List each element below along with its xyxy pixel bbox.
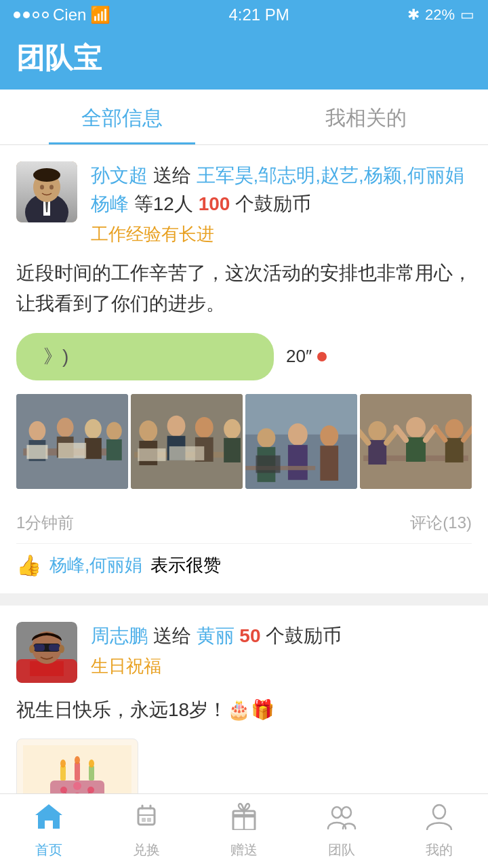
coin-amount-2: 50 xyxy=(239,625,260,646)
me-icon xyxy=(424,803,454,837)
nav-send[interactable]: 赠送 xyxy=(195,803,293,859)
signal-dots xyxy=(14,12,49,18)
svg-rect-67 xyxy=(60,766,66,781)
svg-rect-19 xyxy=(26,445,47,459)
svg-rect-32 xyxy=(169,446,205,460)
grid-image-2[interactable] xyxy=(131,394,243,489)
carrier-label: Cien xyxy=(53,5,86,24)
svg-point-27 xyxy=(195,417,214,438)
exchange-icon xyxy=(131,803,161,837)
like-icon-1[interactable]: 👍 xyxy=(16,553,41,577)
svg-point-15 xyxy=(85,419,102,439)
category-tag-1: 工作经验有长进 xyxy=(91,222,472,246)
audio-play-button[interactable]: 》) xyxy=(16,333,274,380)
coin-label-2: 个鼓励币 xyxy=(266,625,342,646)
post-1-avatar xyxy=(16,161,77,222)
image-grid-1 xyxy=(16,394,472,489)
svg-point-72 xyxy=(89,760,94,768)
svg-rect-38 xyxy=(288,445,308,480)
sender-1[interactable]: 孙文超 xyxy=(91,165,148,186)
recording-dot xyxy=(317,352,327,361)
post-1-time: 1分钟前 xyxy=(16,512,74,534)
audio-bar-1: 》) 20″ xyxy=(16,333,472,380)
svg-rect-16 xyxy=(85,437,102,458)
grid-image-1[interactable] xyxy=(16,394,128,489)
home-icon xyxy=(34,803,64,837)
post-2-title: 周志鹏 送给 黄丽 50 个鼓励币 xyxy=(91,622,472,650)
svg-point-17 xyxy=(106,422,122,440)
dot3 xyxy=(33,12,39,18)
tab-bar: 全部信息 我相关的 xyxy=(0,90,488,145)
app-title: 团队宝 xyxy=(16,39,472,77)
svg-point-8 xyxy=(49,185,54,190)
team-icon xyxy=(327,803,357,837)
tab-all-info[interactable]: 全部信息 xyxy=(0,90,244,144)
svg-point-25 xyxy=(167,415,186,436)
post-1-meta: 孙文超 送给 王军昊,邹志明,赵艺,杨颖,何丽娟 杨峰 等12人 100 个鼓励… xyxy=(91,161,472,246)
svg-rect-90 xyxy=(147,818,151,822)
svg-point-70 xyxy=(60,760,66,768)
svg-point-65 xyxy=(59,645,64,653)
post-1-likes: 👍 杨峰,何丽娟 表示很赞 xyxy=(16,543,472,577)
grid-image-3[interactable] xyxy=(245,394,357,489)
svg-point-23 xyxy=(139,420,157,441)
status-left: Cien 📶 xyxy=(14,5,110,24)
status-bar: Cien 📶 4:21 PM ✱ 22% ▭ xyxy=(0,0,488,30)
recipients-2[interactable]: 黄丽 xyxy=(197,625,235,646)
svg-rect-62 xyxy=(34,644,45,651)
svg-point-93 xyxy=(332,807,342,818)
svg-rect-54 xyxy=(445,437,464,462)
svg-point-11 xyxy=(29,421,46,441)
nav-me-label: 我的 xyxy=(426,841,453,859)
post-2-header: 周志鹏 送给 黄丽 50 个鼓励币 生日祝福 xyxy=(16,622,472,683)
nav-home-label: 首页 xyxy=(35,841,62,859)
svg-rect-31 xyxy=(138,448,165,461)
feed-container: 孙文超 送给 王军昊,邹志明,赵艺,杨颖,何丽娟 杨峰 等12人 100 个鼓励… xyxy=(0,145,488,868)
nav-exchange[interactable]: 兑换 xyxy=(98,803,195,859)
svg-point-64 xyxy=(29,645,35,653)
audio-wave-icon: 》) xyxy=(43,344,68,370)
svg-point-74 xyxy=(60,787,67,793)
post-2-body: 祝生日快乐，永远18岁！🎂🎁 xyxy=(16,695,472,726)
sender-2[interactable]: 周志鹏 xyxy=(91,625,148,646)
tab-my-related[interactable]: 我相关的 xyxy=(244,90,488,144)
post-1-header: 孙文超 送给 王军昊,邹志明,赵艺,杨颖,何丽娟 杨峰 等12人 100 个鼓励… xyxy=(16,161,472,246)
etc-text-1: 等12人 xyxy=(134,193,199,214)
svg-rect-30 xyxy=(224,437,241,462)
action-2: 送给 xyxy=(153,625,197,646)
svg-point-6 xyxy=(33,168,60,182)
svg-point-7 xyxy=(40,185,44,190)
bottom-nav: 首页 兑换 赠送 xyxy=(0,793,488,868)
nav-team[interactable]: 团队 xyxy=(293,803,390,859)
svg-point-39 xyxy=(320,425,338,446)
svg-point-29 xyxy=(224,419,241,439)
bluetooth-icon: ✱ xyxy=(407,6,420,24)
svg-rect-88 xyxy=(138,808,155,825)
audio-time: 20″ xyxy=(286,346,327,367)
post-1-comments[interactable]: 评论(13) xyxy=(410,512,472,534)
status-right: ✱ 22% ▭ xyxy=(407,6,474,24)
nav-me[interactable]: 我的 xyxy=(390,803,488,859)
post-2-avatar xyxy=(16,622,77,683)
coin-label-1: 个鼓励币 xyxy=(235,193,311,214)
action-1: 送给 xyxy=(153,165,197,186)
svg-point-45 xyxy=(368,421,386,441)
svg-rect-50 xyxy=(406,437,426,461)
nav-home[interactable]: 首页 xyxy=(0,803,98,859)
battery-icon: ▭ xyxy=(460,6,474,24)
svg-point-53 xyxy=(445,419,464,439)
grid-image-4[interactable] xyxy=(360,394,472,489)
audio-duration: 20″ xyxy=(286,346,312,367)
nav-send-label: 赠送 xyxy=(230,841,258,859)
status-time: 4:21 PM xyxy=(228,5,289,24)
app-header: 团队宝 xyxy=(0,30,488,90)
wifi-icon: 📶 xyxy=(90,5,110,24)
like-names-1[interactable]: 杨峰,何丽娟 xyxy=(49,553,142,577)
svg-rect-46 xyxy=(368,440,386,465)
svg-point-35 xyxy=(258,428,276,448)
battery-label: 22% xyxy=(425,6,455,24)
send-icon xyxy=(229,803,259,837)
svg-rect-20 xyxy=(58,443,86,458)
svg-rect-68 xyxy=(75,762,80,781)
post-1-footer: 1分钟前 评论(13) xyxy=(16,502,472,534)
